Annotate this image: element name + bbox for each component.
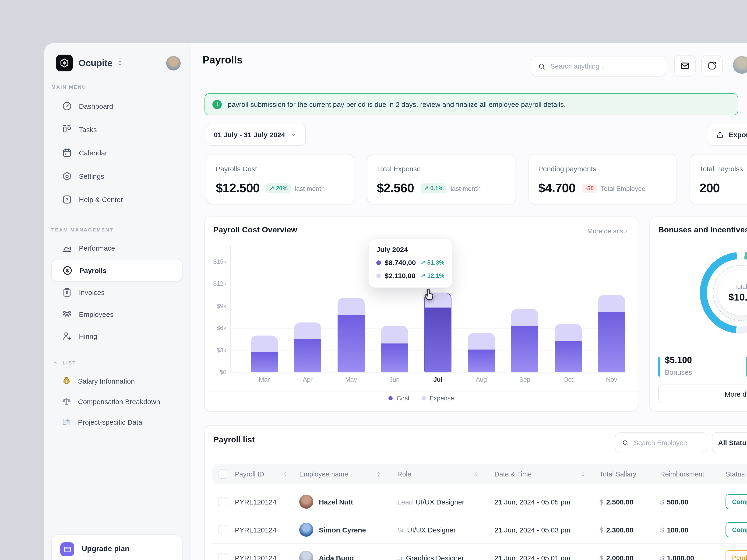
sort-icon[interactable] — [376, 471, 382, 477]
date-range-dropdown[interactable]: 01 July - 31 July 2024 — [206, 124, 306, 145]
bar-may[interactable] — [338, 298, 365, 372]
col-employee-name[interactable]: Employee name — [299, 464, 348, 484]
share-button[interactable] — [701, 55, 723, 77]
x-axis-label: Mar — [243, 376, 286, 383]
bonuses-more-details-button[interactable]: More details — [658, 384, 747, 403]
row-checkbox[interactable] — [218, 525, 227, 534]
sort-icon[interactable] — [580, 471, 586, 477]
hiring-person-plus-icon — [61, 331, 72, 342]
bar-sep[interactable] — [511, 309, 538, 372]
mail-button[interactable] — [674, 55, 696, 77]
global-search[interactable] — [531, 56, 666, 77]
y-axis-tick: $12k — [205, 280, 227, 287]
sidebar-item-project-specific-data[interactable]: Project-specific Data — [51, 411, 183, 432]
sidebar-item-compensation-breakdown[interactable]: Compensation Breakdown — [51, 391, 183, 411]
bar-aug[interactable] — [468, 332, 495, 372]
delta-badge: ↗ 0.1% — [420, 183, 447, 193]
info-icon: i — [212, 100, 222, 109]
sidebar-item-calendar[interactable]: Calendar — [51, 141, 183, 164]
employee-search-input[interactable] — [634, 439, 700, 446]
brand-logo-icon — [56, 55, 73, 72]
x-axis-label: Apr — [286, 376, 329, 383]
sidebar-item-tasks[interactable]: Tasks — [51, 117, 183, 141]
scales-icon — [61, 396, 72, 406]
performance-chart-icon — [61, 243, 72, 254]
status-filter-dropdown[interactable]: All Status — [712, 432, 747, 453]
sidebar-item-employees[interactable]: Employees — [51, 303, 183, 325]
header-bottom-line — [190, 87, 747, 87]
expense-dot-icon — [376, 273, 381, 278]
chevron-up-icon — [51, 359, 58, 366]
documents-icon — [61, 417, 72, 427]
col-payroll-id[interactable]: Payroll ID — [235, 464, 264, 484]
bar-apr[interactable] — [294, 322, 321, 372]
col-reimbursment[interactable]: Reimbursment — [660, 464, 704, 484]
table-row[interactable]: PYRL120124 Aida Bugg JrGraphics Designer… — [212, 544, 747, 560]
table-header-row: Payroll ID Employee name Role Date & Tim… — [212, 464, 747, 484]
bonuses-stat-bar — [658, 357, 660, 377]
sidebar-user-avatar[interactable] — [166, 56, 181, 70]
legend-item-expense[interactable]: Expense — [421, 395, 454, 402]
sidebar-item-dashboard[interactable]: Dashboard — [51, 94, 183, 117]
y-axis-tick: $6k — [205, 324, 227, 331]
employee-avatar — [299, 495, 313, 509]
sidebar-item-invoices[interactable]: $ Invoices — [51, 282, 183, 303]
upgrade-plan-card[interactable]: Upgrade plan — [51, 534, 183, 560]
bar-oct[interactable] — [555, 324, 582, 372]
bonuses-gauge: Total $10.5 — [700, 252, 747, 334]
row-checkbox[interactable] — [218, 497, 227, 506]
bar-mar[interactable] — [251, 336, 278, 372]
col-date-time[interactable]: Date & Time — [494, 464, 532, 484]
table-row[interactable]: PYRL120124 Hazel Nutt LeadUI/UX Designer… — [212, 488, 747, 515]
cost-segment — [251, 352, 278, 372]
chart-tooltip: July 2024 $8.740,00 ↗ 51.3% $2.110,00 ↗ … — [368, 238, 453, 288]
col-role[interactable]: Role — [397, 464, 411, 484]
sidebar-item-settings[interactable]: Settings — [51, 164, 183, 188]
stat-card-pending-payments: Pending payments $4.700 -50 Total Employ… — [529, 154, 677, 205]
cost-segment — [381, 344, 408, 372]
bonuses-incentives-card: Bonuses and Incentives Total $10.5 $5.10… — [649, 216, 747, 411]
user-avatar[interactable] — [733, 56, 747, 74]
x-axis-label: Aug — [460, 376, 503, 383]
sidebar-item-hiring[interactable]: Hiring — [51, 325, 183, 347]
workspace-chevron-updown-icon[interactable] — [116, 59, 124, 67]
col-status[interactable]: Status — [725, 464, 745, 484]
y-axis-line — [230, 245, 231, 372]
employee-search[interactable] — [615, 432, 707, 453]
stat-card-total-expense: Total Expense $2.560 ↗ 0.1% last month — [367, 154, 515, 205]
bar-jun[interactable] — [381, 326, 408, 372]
section-label-team-management: TEAM MANAGEMENT — [51, 227, 183, 232]
section-label-list[interactable]: LIST — [51, 359, 183, 366]
sidebar-item-payrolls[interactable]: $ Payrolls — [51, 259, 183, 282]
bar-nov[interactable] — [598, 295, 625, 372]
bar-jul[interactable] — [424, 292, 452, 372]
pointer-cursor-icon — [422, 288, 436, 302]
export-button[interactable]: Export — [708, 124, 747, 145]
workspace-switcher[interactable]: Ocupite — [44, 54, 190, 72]
calendar-icon — [61, 147, 72, 158]
x-axis-label: Sep — [503, 376, 546, 383]
sidebar-item-help-center[interactable]: ? Help & Center — [51, 188, 183, 211]
legend-dot-icon — [421, 396, 426, 400]
row-checkbox[interactable] — [218, 553, 227, 560]
sort-icon[interactable] — [473, 471, 479, 477]
status-badge: Completed — [725, 522, 747, 537]
brand-name: Ocupite — [78, 58, 112, 69]
sort-icon[interactable] — [282, 471, 288, 477]
upgrade-card-icon — [60, 542, 74, 556]
settings-icon — [61, 170, 72, 181]
employees-group-icon — [61, 309, 72, 320]
global-search-input[interactable] — [550, 62, 659, 70]
sidebar-item-salary-information[interactable]: $ Salary Information — [51, 371, 183, 391]
legend-divider — [205, 392, 638, 392]
table-row[interactable]: PYRL120124 Simon Cyrene SrUI/UX Designer… — [212, 516, 747, 543]
employee-avatar — [299, 551, 313, 560]
section-label-main-menu: MAIN MENU — [51, 84, 183, 89]
legend-item-cost[interactable]: Cost — [389, 395, 410, 402]
select-all-checkbox[interactable] — [218, 470, 227, 479]
upload-icon — [716, 130, 724, 139]
cost-segment — [294, 339, 321, 372]
sidebar-item-performace[interactable]: Performace — [51, 237, 183, 259]
col-total-sallary[interactable]: Total Sallary — [599, 464, 636, 484]
sidebar: Ocupite MAIN MENU Dashboard Tasks Calend… — [44, 43, 190, 560]
